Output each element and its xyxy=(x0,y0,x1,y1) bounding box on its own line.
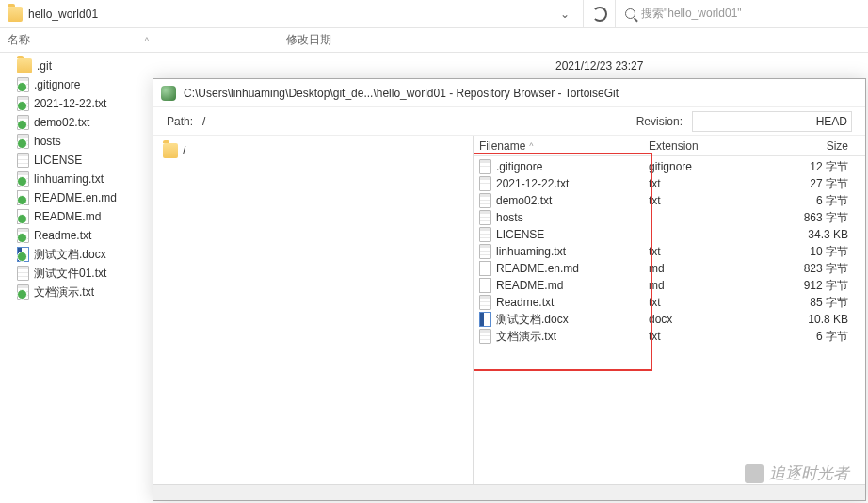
chevron-down-icon[interactable]: ⌄ xyxy=(555,8,575,21)
refresh-icon xyxy=(592,7,607,22)
file-ext: txt xyxy=(649,330,743,343)
file-name: 2021-12-22.txt xyxy=(496,177,569,190)
file-name: LICENSE xyxy=(34,154,82,167)
file-ext: md xyxy=(649,279,743,292)
table-row[interactable]: demo02.txttxt6 字节 xyxy=(474,192,865,209)
revision-input[interactable]: HEAD xyxy=(692,111,852,132)
file-icon xyxy=(17,134,29,149)
file-icon xyxy=(479,159,491,174)
file-name: 测试文档.docx xyxy=(34,247,106,263)
folder-icon xyxy=(17,58,32,73)
file-icon xyxy=(17,284,29,300)
table-row[interactable]: README.en.mdmd823 字节 xyxy=(474,260,865,277)
file-ext: txt xyxy=(649,296,743,309)
column-filename-label: Filename xyxy=(479,139,525,153)
file-ext: txt xyxy=(649,177,743,190)
repository-browser-window: C:\Users\linhuaming\Desktop\git_de...\he… xyxy=(153,78,866,501)
column-name-label: 名称 xyxy=(8,32,30,48)
file-name: demo02.txt xyxy=(496,194,552,207)
table-row[interactable]: README.mdmd912 字节 xyxy=(474,277,865,294)
horizontal-scrollbar[interactable] xyxy=(153,484,865,500)
file-name: hosts xyxy=(34,135,61,148)
file-size: 912 字节 xyxy=(743,278,865,294)
file-name: .gitignore xyxy=(496,160,542,173)
column-extension[interactable]: Extension xyxy=(649,139,743,153)
file-name: hosts xyxy=(496,211,523,224)
file-name: Readme.txt xyxy=(496,296,554,309)
file-ext: txt xyxy=(649,245,743,258)
explorer-toolbar: hello_world01 ⌄ 搜索"hello_world01" xyxy=(0,0,868,28)
table-row[interactable]: 测试文档.docxdocx10.8 KB xyxy=(474,311,865,328)
file-name: 文档演示.txt xyxy=(34,284,94,300)
file-ext: txt xyxy=(649,194,743,207)
file-name: .git xyxy=(37,59,52,73)
file-icon xyxy=(17,171,29,187)
file-icon xyxy=(479,329,491,344)
file-icon xyxy=(17,266,29,281)
revision-label: Revision: xyxy=(636,115,683,128)
file-name: Readme.txt xyxy=(34,229,91,242)
table-row[interactable]: 文档演示.txttxt6 字节 xyxy=(474,328,865,345)
file-name: 文档演示.txt xyxy=(496,329,556,345)
file-name: 2021-12-22.txt xyxy=(34,97,106,110)
file-icon xyxy=(479,193,491,208)
file-icon xyxy=(17,228,29,243)
sort-asc-icon: ^ xyxy=(145,36,149,45)
file-icon xyxy=(17,209,29,224)
folder-icon xyxy=(163,143,178,158)
tree-pane[interactable]: / xyxy=(153,136,474,500)
window-titlebar[interactable]: C:\Users\linhuaming\Desktop\git_de...\he… xyxy=(153,79,865,107)
column-size-label: Size xyxy=(827,139,848,153)
column-name-header[interactable]: 名称 ^ xyxy=(8,32,271,48)
file-icon xyxy=(17,115,29,130)
path-label: Path: xyxy=(167,115,193,128)
column-filename[interactable]: Filename ^ xyxy=(479,139,649,153)
file-icon xyxy=(479,261,491,276)
column-date-header[interactable]: 修改日期 xyxy=(271,32,331,48)
file-icon xyxy=(479,278,491,293)
file-icon xyxy=(479,227,491,242)
tortoisegit-icon xyxy=(161,86,176,101)
file-name: .gitignore xyxy=(34,78,80,91)
table-row[interactable]: hosts863 字节 xyxy=(474,209,865,226)
column-size[interactable]: Size xyxy=(743,139,865,153)
tree-root-item[interactable]: / xyxy=(159,141,467,160)
path-revision-bar: Path: / Revision: HEAD xyxy=(153,107,865,136)
file-size: 6 字节 xyxy=(743,329,865,345)
tree-root-label: / xyxy=(183,144,185,157)
file-name: linhuaming.txt xyxy=(496,245,566,258)
file-size: 10 字节 xyxy=(743,244,865,260)
list-item[interactable]: .git 2021/12/23 23:27 xyxy=(13,57,868,75)
path-value[interactable]: / xyxy=(202,115,627,128)
search-input[interactable]: 搜索"hello_world01" xyxy=(616,6,868,22)
file-icon xyxy=(479,244,491,259)
file-name: 测试文档.docx xyxy=(496,312,569,328)
list-columns: Filename ^ Extension Size xyxy=(474,136,865,156)
repo-file-list: .gitignoregitignore12 字节 2021-12-22.txtt… xyxy=(474,156,865,345)
file-date: 2021/12/23 23:27 xyxy=(555,59,643,73)
file-name: README.en.md xyxy=(496,262,579,275)
file-ext: md xyxy=(649,262,743,275)
column-date-label: 修改日期 xyxy=(286,33,331,46)
file-icon xyxy=(17,96,29,111)
breadcrumb-dropdown[interactable]: hello_world01 ⌄ xyxy=(0,0,584,27)
table-row[interactable]: 2021-12-22.txttxt27 字节 xyxy=(474,175,865,192)
refresh-button[interactable] xyxy=(584,0,616,27)
table-row[interactable]: linhuaming.txttxt10 字节 xyxy=(474,243,865,260)
watermark-icon xyxy=(745,464,764,483)
table-row[interactable]: LICENSE34.3 KB xyxy=(474,226,865,243)
file-name: 测试文件01.txt xyxy=(34,266,106,282)
table-row[interactable]: .gitignoregitignore12 字节 xyxy=(474,158,865,175)
explorer-columns: 名称 ^ 修改日期 xyxy=(0,28,868,53)
file-size: 863 字节 xyxy=(743,210,865,226)
repo-browser-body: / Filename ^ Extension Size .gitignoregi… xyxy=(153,136,865,500)
table-row[interactable]: Readme.txttxt85 字节 xyxy=(474,294,865,311)
file-size: 10.8 KB xyxy=(743,313,865,326)
file-size: 85 字节 xyxy=(743,295,865,311)
file-ext: gitignore xyxy=(649,160,743,173)
breadcrumb-title: hello_world01 xyxy=(28,8,555,21)
file-name: README.en.md xyxy=(34,191,117,204)
file-size: 6 字节 xyxy=(743,193,865,209)
file-icon xyxy=(479,295,491,310)
sort-asc-icon: ^ xyxy=(529,141,533,151)
